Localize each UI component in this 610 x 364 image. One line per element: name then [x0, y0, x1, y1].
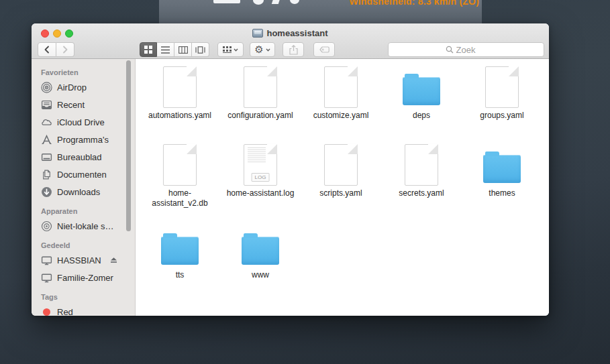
file-item[interactable]: automations.yaml — [140, 66, 220, 121]
chevron-down-icon — [234, 48, 238, 52]
folder-item[interactable]: www — [220, 225, 301, 280]
chevron-down-icon — [266, 48, 270, 52]
file-label: themes — [489, 188, 515, 198]
file-label: automations.yaml — [148, 111, 211, 121]
sidebar-item-documents[interactable]: Documenten — [32, 166, 135, 183]
sidebar-item-desktop[interactable]: Bureaublad — [32, 148, 135, 166]
grid-view-icon — [144, 46, 152, 54]
clipped-heading-fragment — [213, 0, 240, 3]
close-button[interactable] — [41, 29, 49, 38]
desktop-background: Windsnelheid: 8.3 km/h (ZO) homeassistan… — [0, 0, 610, 364]
window-header[interactable]: homeassistant — [32, 23, 549, 59]
document-icon — [163, 144, 197, 186]
sidebar-item-label: Recent — [57, 100, 85, 110]
disc-icon — [41, 221, 52, 232]
downloads-icon — [41, 186, 52, 198]
log-badge: LOG — [252, 173, 270, 182]
back-button[interactable] — [38, 42, 56, 57]
column-view-icon — [179, 46, 188, 54]
folder-icon — [403, 77, 440, 105]
arrange-icon — [223, 46, 232, 53]
search-input[interactable] — [456, 45, 487, 55]
sidebar-item-label: AirDrop — [57, 82, 87, 93]
folder-icon — [242, 237, 279, 265]
sidebar-item-icloud-drive[interactable]: iCloud Drive — [32, 113, 135, 131]
file-label: home-assistant_v2.db — [144, 188, 215, 208]
sidebar-item-downloads[interactable]: Downloads — [32, 183, 135, 200]
forward-button[interactable] — [56, 42, 74, 57]
action-menu-button[interactable]: ⚙ — [250, 42, 275, 57]
document-icon — [405, 144, 438, 186]
search-field[interactable] — [388, 42, 544, 57]
file-browser-area[interactable]: automations.yaml configuration.yaml cust… — [136, 59, 549, 316]
sidebar-item-remote-disc[interactable]: Niet-lokale s… — [32, 217, 135, 235]
recent-icon — [41, 99, 52, 111]
sidebar-item-applications[interactable]: Programma's — [32, 131, 135, 148]
file-item[interactable]: secrets.yaml — [381, 143, 462, 208]
background-webpage: Windsnelheid: 8.3 km/h (ZO) — [159, 0, 482, 27]
file-label: secrets.yaml — [399, 188, 444, 198]
document-icon — [163, 66, 197, 108]
column-view-button[interactable] — [174, 42, 192, 57]
display-icon — [41, 272, 52, 284]
folder-item[interactable]: themes — [462, 143, 542, 208]
search-icon — [446, 46, 454, 54]
list-view-button[interactable] — [157, 42, 174, 57]
eject-icon[interactable] — [110, 257, 117, 263]
sidebar-item-label: Programma's — [57, 135, 109, 145]
clipped-heading-fragment — [253, 0, 264, 5]
file-item[interactable]: scripts.yaml — [301, 143, 381, 208]
share-icon — [289, 45, 298, 55]
tag-button[interactable] — [313, 42, 335, 57]
document-icon — [324, 66, 358, 108]
document-icon — [244, 66, 277, 108]
minimize-button[interactable] — [53, 29, 61, 38]
file-label: customize.yaml — [313, 111, 369, 121]
red-tag-icon — [41, 306, 52, 316]
clipped-heading-fragment — [272, 0, 282, 4]
sidebar-item-label: Documenten — [57, 170, 107, 180]
icon-view-button[interactable] — [140, 42, 157, 57]
log-document-icon: LOG — [244, 144, 277, 186]
arrange-button[interactable] — [217, 42, 244, 57]
documents-icon — [41, 169, 52, 180]
document-icon — [485, 66, 519, 108]
tag-icon — [319, 46, 329, 53]
file-label: scripts.yaml — [319, 188, 362, 198]
file-item[interactable]: home-assistant_v2.db — [140, 143, 220, 208]
coverflow-view-icon — [195, 46, 205, 54]
sidebar-item-familie-zomer[interactable]: Familie-Zomer — [32, 269, 135, 286]
file-item[interactable]: customize.yaml — [301, 66, 381, 121]
file-item[interactable]: configuration.yaml — [220, 66, 301, 121]
window-title: homeassistant — [266, 28, 327, 38]
sidebar-item-label: Red — [57, 307, 73, 316]
file-label: groups.yaml — [480, 111, 523, 121]
file-item[interactable]: LOG home-assistant.log — [220, 143, 301, 208]
cloud-icon — [41, 117, 52, 128]
folder-icon — [483, 155, 521, 183]
coverflow-view-button[interactable] — [192, 42, 209, 57]
sidebar-section-tags: Tags — [41, 293, 135, 301]
file-label: configuration.yaml — [227, 111, 293, 121]
view-mode-control — [140, 42, 209, 57]
folder-item[interactable]: deps — [381, 66, 462, 121]
file-label: home-assistant.log — [227, 188, 295, 198]
sidebar-item-airdrop[interactable]: AirDrop — [32, 78, 135, 96]
sidebar-item-label: Downloads — [57, 187, 100, 197]
share-button[interactable] — [283, 42, 304, 57]
folder-item[interactable]: tts — [140, 225, 220, 280]
folder-icon — [161, 237, 199, 265]
chevron-left-icon — [44, 46, 50, 54]
sidebar-section-shared: Gedeeld — [41, 241, 135, 249]
sidebar-section-favorites: Favorieten — [41, 68, 135, 76]
file-item[interactable]: groups.yaml — [462, 66, 542, 121]
zoom-button[interactable] — [65, 29, 73, 38]
display-icon — [41, 255, 52, 266]
sidebar-item-tag-red[interactable]: Red — [32, 303, 135, 316]
sidebar-item-recent[interactable]: Recent — [32, 96, 135, 113]
clipped-heading-fragment — [290, 0, 299, 4]
gear-icon: ⚙ — [254, 45, 263, 55]
sidebar-item-hassbian[interactable]: HASSBIAN — [32, 251, 135, 269]
desktop-icon — [41, 151, 52, 163]
sidebar-scrollbar-thumb[interactable] — [126, 60, 131, 231]
